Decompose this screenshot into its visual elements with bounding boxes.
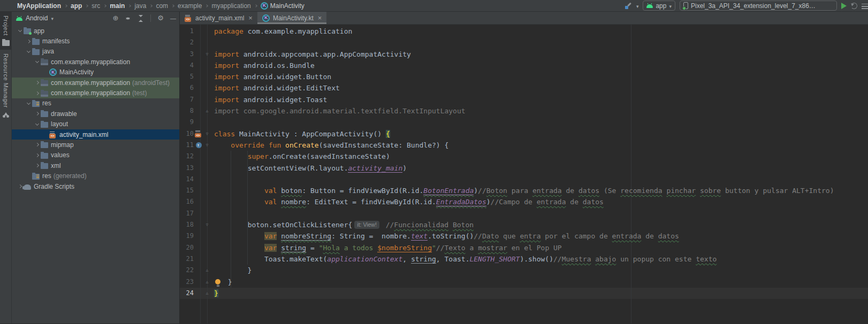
- run-configuration-select[interactable]: app: [643, 1, 675, 11]
- project-view-selector[interactable]: Android: [16, 14, 54, 22]
- build-icon[interactable]: [624, 2, 632, 10]
- breadcrumb-item[interactable]: example: [178, 2, 202, 10]
- tree-item[interactable]: Gradle Scripts: [12, 181, 179, 191]
- chevron-expanded-icon[interactable]: [35, 122, 39, 126]
- fold-marker: [203, 71, 211, 82]
- breadcrumb-item[interactable]: java: [134, 2, 146, 10]
- hide-panel-icon[interactable]: [170, 14, 176, 22]
- fold-marker[interactable]: ▵: [203, 265, 211, 276]
- stripe-button-project[interactable]: Project: [0, 12, 11, 50]
- code-line[interactable]: 11▿ override fun onCreate(savedInstanceS…: [180, 140, 868, 151]
- code-line[interactable]: 17: [180, 208, 868, 219]
- more-actions-icon[interactable]: [862, 4, 868, 9]
- tree-item[interactable]: com.example.myapplication(androidTest): [12, 78, 179, 88]
- code-line[interactable]: 19 var nombreString: String = nombre.tex…: [180, 230, 868, 242]
- chevron-collapsed-icon[interactable]: [18, 184, 21, 188]
- collapse-all-icon[interactable]: [138, 15, 144, 22]
- override-icon[interactable]: [196, 142, 202, 148]
- run-button[interactable]: [841, 3, 847, 9]
- rerun-icon[interactable]: [851, 3, 857, 9]
- code-line[interactable]: 3▿import androidx.appcompat.app.AppCompa…: [180, 49, 868, 60]
- build-dropdown-icon[interactable]: [636, 2, 639, 10]
- editor[interactable]: 1package com.example.myapplication23▿imp…: [180, 25, 868, 323]
- tree-item-label: com.example.myapplication: [51, 58, 130, 66]
- chevron-collapsed-icon[interactable]: [26, 40, 30, 43]
- fold-marker[interactable]: ▿: [203, 140, 211, 151]
- code-line[interactable]: 14: [180, 174, 868, 185]
- tree-item[interactable]: MainActivity: [12, 67, 179, 78]
- code-line[interactable]: 13 setContentView(R.layout.activity_main…: [180, 163, 868, 174]
- code-line[interactable]: 23▵ }: [180, 276, 868, 288]
- fold-marker[interactable]: ▿: [203, 49, 211, 60]
- bulb-icon[interactable]: [215, 279, 220, 284]
- code-line[interactable]: 20 var string = "Hola a todos $nombreStr…: [180, 242, 868, 253]
- fold-marker[interactable]: ▿: [203, 219, 211, 230]
- layout-icon[interactable]: [195, 130, 202, 137]
- fold-marker[interactable]: ▵: [203, 276, 211, 288]
- tree-item[interactable]: layout: [12, 119, 179, 129]
- close-icon[interactable]: ×: [318, 14, 322, 22]
- breadcrumb-item[interactable]: MyApplication: [17, 2, 61, 10]
- tree-item[interactable]: res: [12, 98, 179, 109]
- breadcrumb-item[interactable]: main: [110, 2, 125, 10]
- tree-item[interactable]: values: [12, 150, 179, 160]
- tab-activity_main-xml[interactable]: activity_main.xml×: [180, 12, 257, 24]
- code-line[interactable]: 24▵}: [180, 288, 868, 299]
- tree-item[interactable]: java: [12, 47, 179, 57]
- code-line[interactable]: 12 super.onCreate(savedInstanceState): [180, 151, 868, 162]
- tree-item-suffix: (generated): [54, 172, 87, 180]
- fold-marker[interactable]: ▿: [203, 128, 211, 140]
- tree-item[interactable]: manifests: [12, 36, 179, 46]
- tree-item[interactable]: drawable: [12, 109, 179, 119]
- tree-item[interactable]: com.example.myapplication(test): [12, 88, 179, 98]
- code-line[interactable]: 4import android.os.Bundle: [180, 60, 868, 71]
- chevron-expanded-icon[interactable]: [26, 49, 30, 53]
- chevron-collapsed-icon[interactable]: [35, 112, 39, 115]
- stripe-button-resource-manager[interactable]: Resource Manager: [0, 50, 11, 122]
- breadcrumb-item[interactable]: src: [92, 2, 100, 10]
- fold-marker[interactable]: ▵: [203, 105, 211, 117]
- code-line[interactable]: 21 Toast.makeText(applicationContext, st…: [180, 253, 868, 265]
- code-seg: [382, 221, 386, 229]
- code-line[interactable]: 16 val nombre: EditText = findViewById(R…: [180, 196, 868, 207]
- code-line[interactable]: 6import android.widget.EditText: [180, 82, 868, 94]
- code-line[interactable]: 1package com.example.myapplication: [180, 26, 868, 37]
- code-line[interactable]: 2: [180, 37, 868, 48]
- breadcrumb-item[interactable]: myapplication: [211, 2, 250, 10]
- tree-item[interactable]: mipmap: [12, 140, 179, 150]
- fold-marker[interactable]: ▵: [203, 288, 211, 299]
- tab-MainActivity-kt[interactable]: MainActivity.kt×: [257, 12, 326, 24]
- code-line[interactable]: 8▵import com.google.android.material.tex…: [180, 105, 868, 117]
- chevron-expanded-icon[interactable]: [18, 28, 21, 32]
- chevron-collapsed-icon[interactable]: [35, 81, 39, 84]
- expand-all-icon[interactable]: [125, 15, 131, 22]
- tree-item[interactable]: com.example.myapplication: [12, 57, 179, 67]
- code-line[interactable]: 7import android.widget.Toast: [180, 94, 868, 105]
- code-line[interactable]: 22▵ }: [180, 265, 868, 276]
- select-opened-file-icon[interactable]: [112, 14, 118, 22]
- tree-item[interactable]: xml: [12, 160, 179, 171]
- tree-item[interactable]: res(generated): [12, 171, 179, 181]
- close-icon[interactable]: ×: [248, 14, 253, 22]
- fold-marker: [203, 174, 211, 185]
- chevron-collapsed-icon[interactable]: [35, 143, 39, 146]
- code-line[interactable]: 9: [180, 117, 868, 128]
- code-line[interactable]: 10▿class MainActivity : AppCompatActivit…: [180, 128, 868, 140]
- breadcrumb-item[interactable]: com: [156, 2, 168, 10]
- code-line[interactable]: 18▿ boton.setOnClickListener{it: View! /…: [180, 219, 868, 230]
- chevron-expanded-icon[interactable]: [26, 101, 30, 105]
- chevron-collapsed-icon[interactable]: [35, 153, 39, 157]
- chevron-collapsed-icon[interactable]: [35, 91, 39, 95]
- tree-item[interactable]: activity_main.xml: [12, 129, 179, 140]
- tree-item[interactable]: app: [12, 26, 179, 36]
- code-line[interactable]: 15 val boton: Button = findViewById(R.id…: [180, 185, 868, 196]
- breadcrumb-item[interactable]: app: [71, 2, 82, 10]
- chevron-collapsed-icon[interactable]: [35, 164, 39, 167]
- gear-icon[interactable]: [157, 14, 164, 22]
- code-line[interactable]: 5import android.widget.Button: [180, 71, 868, 82]
- code-seg: //: [478, 187, 486, 195]
- editor-tabs: activity_main.xml×MainActivity.kt×: [180, 12, 868, 25]
- breadcrumb-item[interactable]: MainActivity: [261, 2, 304, 10]
- chevron-expanded-icon[interactable]: [35, 59, 39, 63]
- device-select[interactable]: Pixel_3a_API_34_extension_level_7_x86…: [680, 1, 837, 11]
